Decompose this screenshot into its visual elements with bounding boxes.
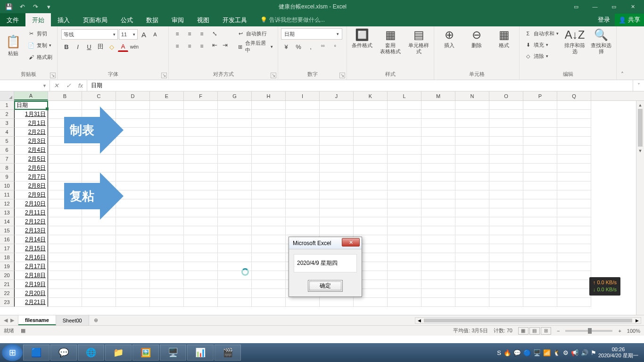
cell-L3[interactable] (388, 119, 421, 128)
cell-G14[interactable] (218, 217, 252, 226)
align-middle-button[interactable]: ≡ (184, 28, 195, 40)
taskbar-app-0[interactable]: 🟦 (23, 345, 50, 361)
cell-L13[interactable] (388, 208, 421, 217)
tab-view[interactable]: 视图 (190, 13, 216, 26)
cell-C8[interactable] (82, 164, 116, 173)
cell-F18[interactable] (184, 253, 218, 262)
cell-L16[interactable] (388, 235, 421, 244)
cell-M4[interactable] (421, 128, 455, 137)
cell-P12[interactable] (523, 199, 557, 208)
fx-button[interactable]: fx (74, 82, 87, 89)
tab-data[interactable]: 数据 (140, 13, 165, 26)
cell-L10[interactable] (388, 181, 421, 190)
cell-E22[interactable] (150, 289, 184, 298)
cell-F17[interactable] (184, 244, 218, 253)
cell-N22[interactable] (455, 289, 489, 298)
copy-button[interactable]: 📄复制▾ (25, 40, 54, 50)
cell-Q20[interactable] (557, 271, 591, 280)
cell-G23[interactable] (218, 298, 252, 307)
cell-E6[interactable] (150, 146, 184, 155)
cell-H4[interactable] (252, 128, 286, 137)
cell-E12[interactable] (150, 199, 184, 208)
cell-F14[interactable] (184, 217, 218, 226)
scroll-up-button[interactable]: ▲ (636, 101, 644, 109)
cell-H23[interactable] (252, 298, 286, 307)
cell-Q14[interactable] (557, 217, 591, 226)
decrease-decimal-button[interactable]: ⁰ (330, 41, 340, 52)
column-header-M[interactable]: M (421, 91, 455, 100)
cell-F19[interactable] (184, 262, 218, 271)
cell-L14[interactable] (388, 217, 421, 226)
cell-O18[interactable] (489, 253, 523, 262)
number-launcher[interactable]: ↘ (339, 73, 345, 78)
cell-F15[interactable] (184, 226, 218, 235)
cell-P23[interactable] (523, 298, 557, 307)
fill-button[interactable]: ⬇填充▾ (522, 40, 561, 50)
cell-N9[interactable] (455, 173, 489, 181)
tab-review[interactable]: 审阅 (165, 13, 190, 26)
cell-O8[interactable] (489, 164, 523, 173)
shape-arrow-copy-paste[interactable]: 复粘 (64, 173, 124, 220)
cell-J1[interactable] (320, 101, 354, 110)
maximize-button[interactable]: ▭ (605, 1, 622, 12)
underline-button[interactable]: U (84, 41, 94, 52)
increase-decimal-button[interactable]: ⁰⁰ (318, 41, 328, 52)
cell-Q8[interactable] (557, 164, 591, 173)
cell-I6[interactable] (286, 146, 320, 155)
cell-P11[interactable] (523, 190, 557, 199)
align-right-button[interactable]: ≡ (196, 41, 207, 52)
cell-D21[interactable] (116, 280, 150, 289)
cell-D17[interactable] (116, 244, 150, 253)
tab-file[interactable]: 文件 (0, 13, 25, 26)
delete-cells-button[interactable]: ⊖删除 (464, 28, 489, 49)
row-header-8[interactable]: 8 (0, 164, 14, 173)
cell-O11[interactable] (489, 190, 523, 199)
cell-N12[interactable] (455, 199, 489, 208)
cell-P18[interactable] (523, 253, 557, 262)
merge-center-button[interactable]: ⊞合并后居中▾ (235, 41, 275, 52)
cell-N16[interactable] (455, 235, 489, 244)
increase-font-button[interactable]: A (139, 29, 149, 40)
cell-F8[interactable] (184, 164, 218, 173)
cell-E23[interactable] (150, 298, 184, 307)
sheet-tab-sheet00[interactable]: Sheet00 (56, 315, 89, 325)
dialog-close-button[interactable]: ✕ (342, 238, 360, 247)
cell-P8[interactable] (523, 164, 557, 173)
autosum-button[interactable]: Σ自动求和▾ (522, 28, 561, 39)
select-all-corner[interactable] (0, 91, 14, 100)
cell-M10[interactable] (421, 181, 455, 190)
signin-button[interactable]: 登录 (593, 13, 615, 27)
number-format-select[interactable]: 日期▾ (281, 28, 342, 40)
cell-D8[interactable] (116, 164, 150, 173)
cell-Q15[interactable] (557, 226, 591, 235)
cell-M6[interactable] (421, 146, 455, 155)
cell-L15[interactable] (388, 226, 421, 235)
cell-E14[interactable] (150, 217, 184, 226)
cell-Q19[interactable] (557, 262, 591, 271)
column-header-H[interactable]: H (252, 91, 286, 100)
cell-K1[interactable] (354, 101, 388, 110)
cell-C22[interactable] (82, 289, 116, 298)
cell-B16[interactable] (48, 235, 82, 244)
page-break-view-button[interactable]: ⊞ (541, 327, 551, 335)
share-button[interactable]: 👤 共享 (615, 14, 644, 26)
cell-G1[interactable] (218, 101, 252, 110)
cell-L17[interactable] (388, 244, 421, 253)
cell-O15[interactable] (489, 226, 523, 235)
cell-H15[interactable] (252, 226, 286, 235)
cell-H21[interactable] (252, 280, 286, 289)
cell-B22[interactable] (48, 289, 82, 298)
enter-formula-button[interactable]: ✓ (62, 82, 74, 89)
cell-G13[interactable] (218, 208, 252, 217)
cell-I10[interactable] (286, 181, 320, 190)
cell-F22[interactable] (184, 289, 218, 298)
cell-J7[interactable] (320, 155, 354, 164)
zoom-in-button[interactable]: + (618, 328, 621, 334)
cell-Q5[interactable] (557, 137, 591, 146)
cell-C17[interactable] (82, 244, 116, 253)
cell-F20[interactable] (184, 271, 218, 280)
cell-I9[interactable] (286, 173, 320, 181)
cell-Q11[interactable] (557, 190, 591, 199)
cell-E19[interactable] (150, 262, 184, 271)
cell-M14[interactable] (421, 217, 455, 226)
